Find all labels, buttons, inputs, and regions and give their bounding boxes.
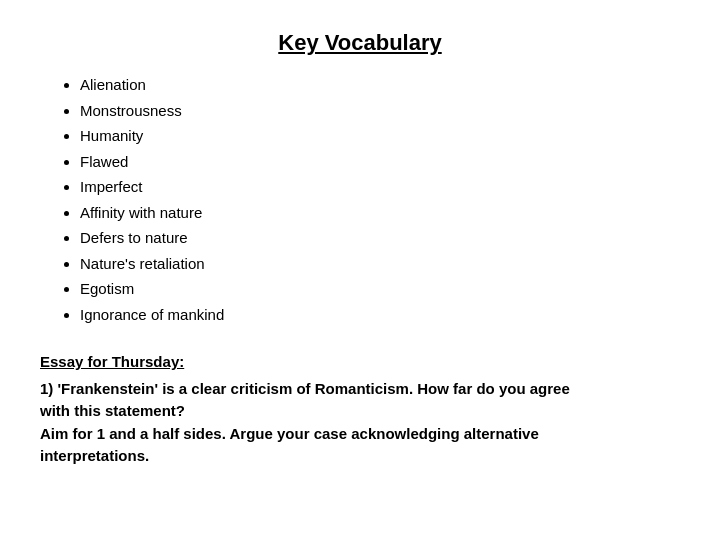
vocab-item: Defers to nature (80, 227, 680, 250)
vocab-item: Alienation (80, 74, 680, 97)
page: Key Vocabulary AlienationMonstrousnessHu… (0, 0, 720, 540)
essay-line2: with this statement? (40, 402, 185, 419)
essay-line3: Aim for 1 and a half sides. Argue your c… (40, 425, 539, 442)
vocab-item: Egotism (80, 278, 680, 301)
essay-body: 1) 'Frankenstein' is a clear criticism o… (40, 378, 680, 468)
essay-line4: interpretations. (40, 447, 149, 464)
page-title: Key Vocabulary (40, 30, 680, 56)
vocab-item: Humanity (80, 125, 680, 148)
essay-section: Essay for Thursday: 1) 'Frankenstein' is… (40, 351, 680, 468)
vocab-item: Imperfect (80, 176, 680, 199)
vocab-item: Flawed (80, 151, 680, 174)
vocab-item: Nature's retaliation (80, 253, 680, 276)
essay-heading: Essay for Thursday: (40, 351, 680, 374)
essay-line1: 1) 'Frankenstein' is a clear criticism o… (40, 380, 570, 397)
vocab-item: Affinity with nature (80, 202, 680, 225)
vocabulary-list: AlienationMonstrousnessHumanityFlawedImp… (40, 74, 680, 329)
vocab-item: Ignorance of mankind (80, 304, 680, 327)
vocab-item: Monstrousness (80, 100, 680, 123)
